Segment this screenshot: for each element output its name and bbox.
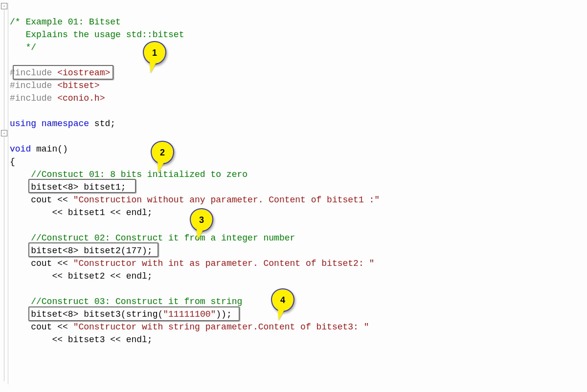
- fold-toggle-top[interactable]: -: [1, 3, 7, 9]
- include-3: #include <conio.h>: [10, 93, 105, 103]
- stmt-bitset3: bitset<8> bitset3(string("11111100"));: [10, 309, 232, 319]
- comment-construct-02: //Construct 02: Construct it from a inte…: [10, 233, 295, 243]
- callout-1-label: 1: [152, 46, 157, 59]
- comment-construct-01: //Constuct 01: 8 bits initialized to zer…: [10, 170, 248, 179]
- cout-2b: << bitset2 << endl;: [10, 271, 153, 281]
- include-2: #include <bitset>: [10, 81, 100, 90]
- callout-3-label: 3: [199, 214, 204, 226]
- code-editor-screenshot: - - /* Example 01: Bitset Explains the u…: [0, 0, 587, 392]
- cout-1a: cout << "Construction without any parame…: [10, 195, 380, 205]
- stmt-bitset2: bitset<8> bitset2(177);: [10, 246, 153, 256]
- callout-4-label: 4: [280, 294, 285, 306]
- include-1: #include <iostream>: [10, 68, 110, 78]
- comment-construct-03: //Construct 03: Construct it from string: [10, 297, 242, 306]
- callout-3: 3: [190, 208, 213, 232]
- callout-1: 1: [143, 41, 166, 65]
- scope-line-1: [4, 10, 4, 130]
- scope-line-2: [4, 137, 4, 381]
- using-decl: using namespace std;: [10, 119, 115, 129]
- cout-2a: cout << "Constructor with int as paramet…: [10, 259, 374, 268]
- callout-2-label: 2: [160, 146, 165, 159]
- callout-4: 4: [271, 288, 294, 312]
- stmt-bitset1: bitset<8> bitset1;: [10, 182, 126, 192]
- cout-3a: cout << "Constructor with string paramet…: [10, 322, 369, 332]
- open-brace: {: [10, 157, 15, 167]
- source-code: /* Example 01: Bitset Explains the usage…: [10, 3, 380, 359]
- fold-gutter: - -: [1, 3, 8, 384]
- cout-1b: << bitset1 << endl;: [10, 208, 153, 218]
- callout-2: 2: [151, 141, 174, 164]
- cout-3b: << bitset3 << endl;: [10, 335, 153, 345]
- main-sig: void main(): [10, 144, 68, 154]
- fold-toggle-main[interactable]: -: [1, 130, 7, 136]
